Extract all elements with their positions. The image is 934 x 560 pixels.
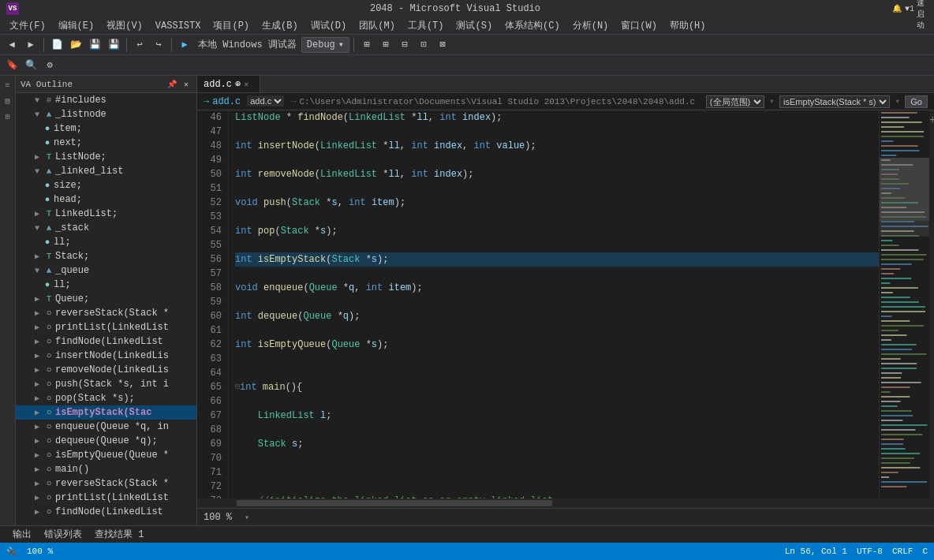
tree-item-29[interactable]: ▶○findNode(LinkedList: [16, 505, 196, 519]
menu-item-help[interactable]: 帮助(H): [663, 17, 712, 35]
bottom-tab-2[interactable]: 查找结果 1: [88, 526, 150, 543]
symbol-select[interactable]: isEmptyStack(Stack * s): [779, 95, 890, 108]
status-encoding[interactable]: UTF-8: [857, 547, 883, 556]
more-btn-4[interactable]: ⊡: [415, 36, 432, 54]
code-line-52[interactable]: void push(Stack *s, int item);: [235, 196, 879, 210]
code-line-57[interactable]: [235, 267, 879, 281]
code-line-49[interactable]: [235, 153, 879, 167]
scope-select[interactable]: (全局范围): [706, 95, 764, 108]
bottom-tab-1[interactable]: 错误列表: [38, 526, 88, 543]
menu-item-project[interactable]: 项目(P): [207, 17, 256, 35]
tree-item-23[interactable]: ▶○enqueue(Queue *q, in: [16, 420, 196, 434]
bookmark-btn[interactable]: 🔖: [3, 57, 21, 74]
menu-item-arch[interactable]: 体系结构(C): [499, 17, 566, 35]
bottom-tab-0[interactable]: 输出: [6, 526, 38, 543]
code-line-66[interactable]: [235, 394, 879, 409]
config-dropdown[interactable]: Debug ▾: [301, 37, 349, 53]
tree-item-6[interactable]: ●size;: [16, 178, 196, 192]
menu-item-edit[interactable]: 编辑(E): [52, 17, 101, 35]
breadcrumb-file[interactable]: add.c: [212, 96, 241, 107]
code-line-47[interactable]: [235, 125, 879, 139]
tree-item-21[interactable]: ▶○pop(Stack *s);: [16, 391, 196, 405]
new-project-button[interactable]: 📄: [48, 36, 65, 54]
more-btn-3[interactable]: ⊟: [396, 36, 413, 54]
more-btn-2[interactable]: ⊞: [377, 36, 394, 54]
tree-item-2[interactable]: ●item;: [16, 121, 196, 136]
code-line-53[interactable]: [235, 210, 879, 224]
menu-item-debug[interactable]: 调试(D): [304, 17, 353, 35]
tree-item-4[interactable]: ▶TListNode;: [16, 150, 196, 164]
menu-item-analyze[interactable]: 分析(N): [566, 17, 615, 35]
tree-item-17[interactable]: ▶○findNode(LinkedList: [16, 334, 196, 349]
code-line-65[interactable]: ⊟int main(){: [235, 380, 879, 394]
status-language[interactable]: C: [922, 547, 928, 556]
tree-item-18[interactable]: ▶○insertNode(LinkedLis: [16, 349, 196, 363]
menu-item-build[interactable]: 生成(B): [256, 17, 304, 35]
status-line-ending[interactable]: CRLF: [892, 547, 913, 556]
notification-icon[interactable]: 🔔: [891, 3, 902, 14]
tree-item-12[interactable]: ▼▲_queue: [16, 263, 196, 278]
menu-item-file[interactable]: 文件(F): [3, 17, 52, 35]
tree-item-25[interactable]: ▶○isEmptyQueue(Queue *: [16, 448, 196, 462]
tree-item-9[interactable]: ▼▲_stack: [16, 221, 196, 235]
code-line-58[interactable]: void enqueue(Queue *q, int item);: [235, 281, 879, 295]
tree-item-19[interactable]: ▶○removeNode(LinkedLis: [16, 363, 196, 377]
code-line-59[interactable]: [235, 295, 879, 309]
tree-item-10[interactable]: ●ll;: [16, 235, 196, 249]
code-content[interactable]: ListNode * findNode(LinkedList *ll, int …: [229, 110, 879, 498]
tree-item-7[interactable]: ●head;: [16, 192, 196, 207]
tree-item-16[interactable]: ▶○printList(LinkedList: [16, 320, 196, 334]
code-line-71[interactable]: [235, 465, 879, 480]
save-all-button[interactable]: 💾: [105, 36, 122, 54]
code-line-55[interactable]: [235, 238, 879, 252]
expand-icon[interactable]: ▤: [2, 95, 14, 107]
breadcrumb-file-select[interactable]: add.c: [247, 95, 284, 106]
more-btn-1[interactable]: ⊞: [358, 36, 375, 54]
tab-close-btn[interactable]: ✕: [244, 80, 248, 89]
code-line-69[interactable]: Stack s;: [235, 437, 879, 451]
tree-item-1[interactable]: ▼▲_listnode: [16, 107, 196, 121]
tree-item-5[interactable]: ▼▲_linked_list: [16, 164, 196, 178]
tree-item-11[interactable]: ▶TStack;: [16, 249, 196, 263]
tree-item-0[interactable]: ▼##includes: [16, 93, 196, 107]
tab-add-c[interactable]: add.c ⊕ ✕: [197, 76, 260, 92]
tree-item-26[interactable]: ▶○main(): [16, 462, 196, 476]
open-button[interactable]: 📂: [67, 36, 84, 54]
redo-button[interactable]: ↪: [150, 36, 167, 54]
tree-item-3[interactable]: ●next;: [16, 136, 196, 150]
tree-item-14[interactable]: ▶TQueue;: [16, 292, 196, 306]
code-line-62[interactable]: int isEmptyQueue(Queue *s);: [235, 338, 879, 352]
code-line-56[interactable]: int isEmptyStack(Stack *s);: [235, 252, 879, 267]
code-line-60[interactable]: int dequeue(Queue *q);: [235, 309, 879, 323]
minimap-add-btn[interactable]: +: [929, 110, 934, 498]
back-button[interactable]: ◀: [3, 36, 21, 54]
code-line-61[interactable]: [235, 323, 879, 338]
code-line-50[interactable]: int removeNode(LinkedList *ll, int index…: [235, 167, 879, 181]
tree-item-8[interactable]: ▶TLinkedList;: [16, 207, 196, 221]
tree-item-22[interactable]: ▶○isEmptyStack(Stac: [16, 405, 196, 420]
undo-button[interactable]: ↩: [131, 36, 148, 54]
find-btn[interactable]: 🔍: [22, 57, 39, 74]
horizontal-scrollbar[interactable]: [197, 498, 934, 508]
tree-item-28[interactable]: ▶○printList(LinkedList: [16, 491, 196, 505]
code-line-72[interactable]: [235, 480, 879, 494]
sidebar-pin-btn[interactable]: 📌: [166, 79, 177, 90]
menu-item-tools[interactable]: 工具(T): [402, 17, 450, 35]
breadcrumb-arrow-left[interactable]: →: [204, 96, 209, 107]
sidebar-close-btn[interactable]: ✕: [181, 79, 192, 90]
status-position[interactable]: Ln 56, Col 1: [785, 547, 847, 556]
tree-item-15[interactable]: ▶○reverseStack(Stack *: [16, 306, 196, 320]
menu-item-vassistx[interactable]: VASSISTX: [149, 17, 207, 35]
tree-item-27[interactable]: ▶○reverseStack(Stack *: [16, 476, 196, 491]
code-line-54[interactable]: int pop(Stack *s);: [235, 224, 879, 238]
code-line-46[interactable]: ListNode * findNode(LinkedList *ll, int …: [235, 110, 879, 125]
menu-item-test[interactable]: 测试(S): [450, 17, 499, 35]
forward-button[interactable]: ▶: [22, 36, 39, 54]
save-button[interactable]: 💾: [86, 36, 103, 54]
code-line-68[interactable]: [235, 423, 879, 437]
code-line-67[interactable]: LinkedList l;: [235, 409, 879, 423]
code-line-63[interactable]: [235, 352, 879, 366]
tree-item-20[interactable]: ▶○push(Stack *s, int i: [16, 377, 196, 391]
code-line-70[interactable]: [235, 451, 879, 465]
code-line-48[interactable]: int insertNode(LinkedList *ll, int index…: [235, 139, 879, 153]
